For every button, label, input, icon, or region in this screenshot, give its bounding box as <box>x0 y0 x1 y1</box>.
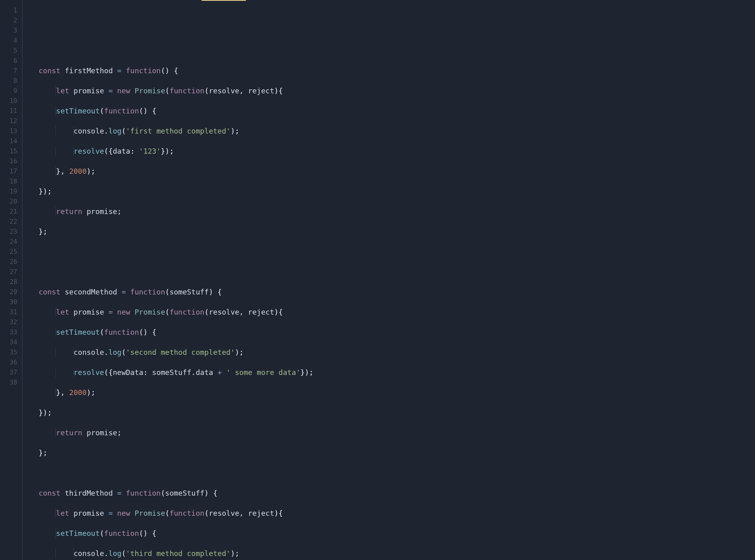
line-number: 8 <box>0 76 22 86</box>
code-line[interactable]: resolve({newData: someStuff.data + ' som… <box>39 367 755 377</box>
code-line[interactable]: }); <box>39 186 755 196</box>
line-number: 12 <box>0 116 22 126</box>
code-line[interactable]: return promise; <box>39 428 755 438</box>
line-number: 5 <box>0 45 22 56</box>
line-number: 29 <box>0 287 22 297</box>
line-number: 1 <box>0 5 22 15</box>
code-line[interactable]: const secondMethod = function(someStuff)… <box>39 287 755 297</box>
code-line[interactable]: setTimeout(function() { <box>39 528 755 538</box>
line-number: 31 <box>0 307 22 317</box>
code-line[interactable]: }; <box>39 226 755 237</box>
line-number: 18 <box>0 176 22 186</box>
line-number: 33 <box>0 327 22 337</box>
code-line[interactable]: let promise = new Promise(function(resol… <box>39 307 755 317</box>
line-number: 32 <box>0 317 22 327</box>
line-number: 13 <box>0 126 22 136</box>
code-line[interactable] <box>39 45 755 56</box>
line-number: 14 <box>0 136 22 146</box>
line-number: 24 <box>0 237 22 247</box>
line-number: 19 <box>0 186 22 196</box>
code-line[interactable]: const firstMethod = function() { <box>39 66 755 76</box>
line-number: 27 <box>0 267 22 277</box>
code-line[interactable]: console.log('second method completed'); <box>39 347 755 357</box>
code-line[interactable]: const thirdMethod = function(someStuff) … <box>39 488 755 498</box>
code-line[interactable] <box>39 247 755 257</box>
code-editor[interactable]: 1 2 3 4 5 6 7 8 9 10 11 12 13 14 15 16 1… <box>0 0 755 560</box>
line-number: 15 <box>0 146 22 156</box>
code-line[interactable]: setTimeout(function() { <box>39 327 755 337</box>
line-number: 25 <box>0 247 22 257</box>
code-line[interactable]: console.log('first method completed'); <box>39 126 755 136</box>
line-number: 22 <box>0 216 22 226</box>
line-number: 2 <box>0 15 22 25</box>
line-number: 35 <box>0 347 22 357</box>
code-line[interactable] <box>39 267 755 277</box>
code-line[interactable]: let promise = new Promise(function(resol… <box>39 508 755 518</box>
code-line[interactable]: }, 2000); <box>39 387 755 397</box>
line-number-gutter: 1 2 3 4 5 6 7 8 9 10 11 12 13 14 15 16 1… <box>0 0 22 560</box>
code-line[interactable]: let promise = new Promise(function(resol… <box>39 86 755 96</box>
line-number: 37 <box>0 367 22 377</box>
fold-area <box>23 0 39 560</box>
line-number: 7 <box>0 66 22 76</box>
code-line[interactable]: }); <box>39 408 755 418</box>
code-line[interactable]: return promise; <box>39 206 755 216</box>
line-number: 4 <box>0 35 22 45</box>
code-line[interactable]: setTimeout(function() { <box>39 106 755 116</box>
line-number: 16 <box>0 156 22 166</box>
line-number: 23 <box>0 226 22 237</box>
code-line[interactable] <box>39 25 755 35</box>
line-number: 11 <box>0 106 22 116</box>
line-number: 28 <box>0 277 22 287</box>
code-line[interactable]: console.log('third method completed'); <box>39 548 755 558</box>
line-number: 17 <box>0 166 22 176</box>
line-number: 10 <box>0 96 22 106</box>
line-number: 26 <box>0 257 22 267</box>
code-line[interactable]: }; <box>39 448 755 458</box>
line-number: 21 <box>0 206 22 216</box>
code-line[interactable]: }, 2000); <box>39 166 755 176</box>
line-number: 9 <box>0 86 22 96</box>
line-number: 3 <box>0 25 22 35</box>
code-content[interactable]: const firstMethod = function() { let pro… <box>39 0 755 560</box>
line-number: 38 <box>0 377 22 387</box>
code-line[interactable] <box>39 468 755 478</box>
code-line[interactable]: resolve({data: '123'}); <box>39 146 755 156</box>
line-number: 6 <box>0 56 22 66</box>
line-number: 36 <box>0 357 22 367</box>
line-number: 34 <box>0 337 22 347</box>
line-number: 30 <box>0 297 22 307</box>
tab-underline <box>202 0 246 1</box>
line-number: 20 <box>0 196 22 206</box>
